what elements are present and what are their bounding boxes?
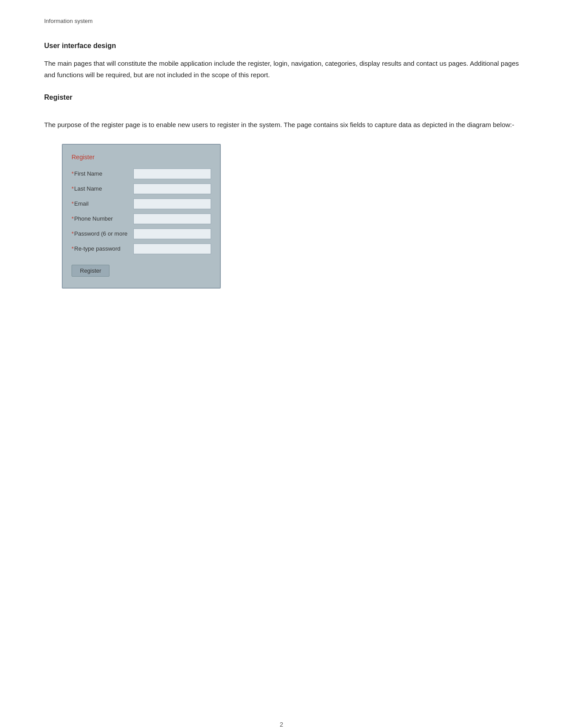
input-last-name[interactable]: [133, 184, 211, 194]
asterisk-email: *: [72, 200, 74, 207]
form-row-last-name: *Last Name: [72, 184, 211, 194]
section2-body: The purpose of the register page is to e…: [44, 119, 519, 131]
page-number: 2: [44, 721, 519, 728]
input-password[interactable]: [133, 229, 211, 239]
register-mockup: Register *First Name *Last Name *Email *…: [62, 144, 221, 289]
asterisk-retype: *: [72, 245, 74, 252]
section1-title: User interface design: [44, 42, 519, 50]
form-row-retype: *Re-type password: [72, 244, 211, 254]
label-email: *Email: [72, 200, 133, 207]
label-first-name: *First Name: [72, 170, 133, 177]
asterisk-first-name: *: [72, 170, 74, 177]
register-button[interactable]: Register: [72, 265, 110, 277]
form-row-first-name: *First Name: [72, 169, 211, 179]
asterisk-password: *: [72, 230, 74, 237]
input-email[interactable]: [133, 199, 211, 209]
input-phone[interactable]: [133, 214, 211, 224]
asterisk-last-name: *: [72, 185, 74, 192]
form-row-password: *Password (6 or more: [72, 229, 211, 239]
form-row-phone: *Phone Number: [72, 214, 211, 224]
form-row-email: *Email: [72, 199, 211, 209]
label-retype: *Re-type password: [72, 245, 133, 252]
page-wrapper: Information system User interface design…: [44, 18, 519, 728]
label-password: *Password (6 or more: [72, 230, 133, 237]
section1-body: The main pages that will constitute the …: [44, 58, 519, 80]
asterisk-phone: *: [72, 215, 74, 222]
label-last-name: *Last Name: [72, 185, 133, 192]
input-retype[interactable]: [133, 244, 211, 254]
section2-title: Register: [44, 94, 519, 101]
input-first-name[interactable]: [133, 169, 211, 179]
header-text: Information system: [44, 18, 519, 24]
mockup-title: Register: [72, 154, 211, 161]
label-phone: *Phone Number: [72, 215, 133, 222]
